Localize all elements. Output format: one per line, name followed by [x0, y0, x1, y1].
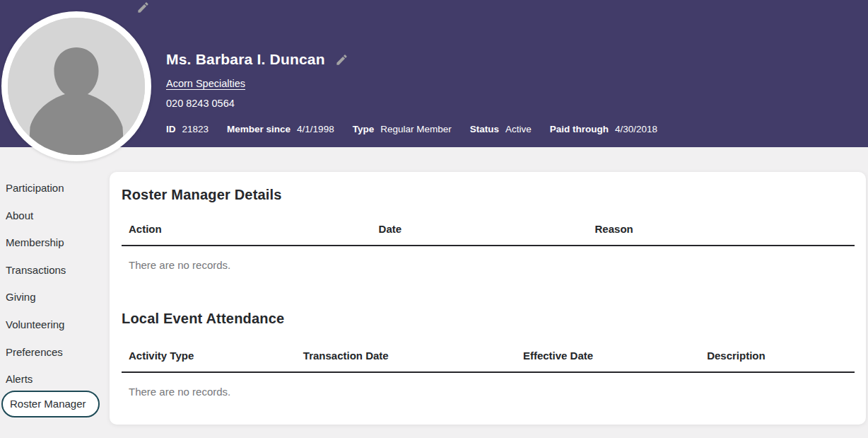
section-title-roster-manager-details: Roster Manager Details	[122, 185, 855, 204]
sidebar-item-giving[interactable]: Giving	[6, 289, 112, 317]
no-records-message: There are no records.	[122, 373, 855, 399]
table-header-row: Activity Type Transaction Date Effective…	[122, 350, 855, 372]
header-info: Ms. Barbara I. Duncan Acorn Specialties …	[166, 0, 854, 147]
avatar	[1, 11, 151, 161]
member-name: Ms. Barbara I. Duncan	[166, 50, 325, 69]
column-header-activity-type: Activity Type	[122, 350, 296, 372]
meta-status: Status Active	[470, 122, 532, 136]
sidebar-item-volunteering[interactable]: Volunteering	[6, 317, 112, 345]
column-header-description: Description	[700, 350, 855, 372]
sidebar-item-membership[interactable]: Membership	[6, 235, 112, 263]
column-header-action: Action	[122, 224, 372, 246]
profile-nav-sidebar: Participation About Membership Transacti…	[6, 178, 112, 426]
name-edit-pencil-icon[interactable]	[335, 53, 348, 67]
roster-manager-panel: Roster Manager Details Action Date Reaso…	[110, 172, 866, 425]
sidebar-item-about[interactable]: About	[6, 208, 112, 236]
roster-manager-details-table: Action Date Reason	[122, 224, 855, 246]
profile-header: Ms. Barbara I. Duncan Acorn Specialties …	[0, 0, 868, 147]
meta-type: Type Regular Member	[353, 122, 452, 136]
column-header-reason: Reason	[588, 224, 855, 246]
table-header-row: Action Date Reason	[122, 224, 855, 246]
member-meta-row: ID 21823 Member since 4/1/1998 Type Regu…	[166, 122, 657, 136]
active-nav-pill[interactable]: Roster Manager	[1, 391, 100, 417]
local-event-attendance-table: Activity Type Transaction Date Effective…	[122, 350, 855, 373]
column-header-date: Date	[372, 224, 588, 246]
section-title-local-event-attendance: Local Event Attendance	[122, 309, 855, 328]
sidebar-item-participation[interactable]: Participation	[6, 180, 112, 208]
meta-member-since: Member since 4/1/1998	[227, 122, 334, 136]
organization-link[interactable]: Acorn Specialties	[166, 76, 245, 91]
avatar-edit-pencil-icon[interactable]	[136, 1, 150, 14]
meta-id: ID 21823	[166, 122, 209, 136]
sidebar-item-preferences[interactable]: Preferences	[6, 345, 112, 372]
name-row: Ms. Barbara I. Duncan	[166, 50, 348, 69]
no-records-message: There are no records.	[122, 246, 855, 272]
phone-number: 020 8243 0564	[166, 96, 235, 110]
meta-paid-through: Paid through 4/30/2018	[550, 122, 657, 136]
sidebar-item-roster-manager[interactable]: Roster Manager	[6, 399, 112, 427]
person-silhouette-icon	[8, 18, 145, 155]
column-header-effective-date: Effective Date	[516, 350, 700, 372]
sidebar-item-transactions[interactable]: Transactions	[6, 263, 112, 290]
column-header-transaction-date: Transaction Date	[296, 350, 516, 372]
